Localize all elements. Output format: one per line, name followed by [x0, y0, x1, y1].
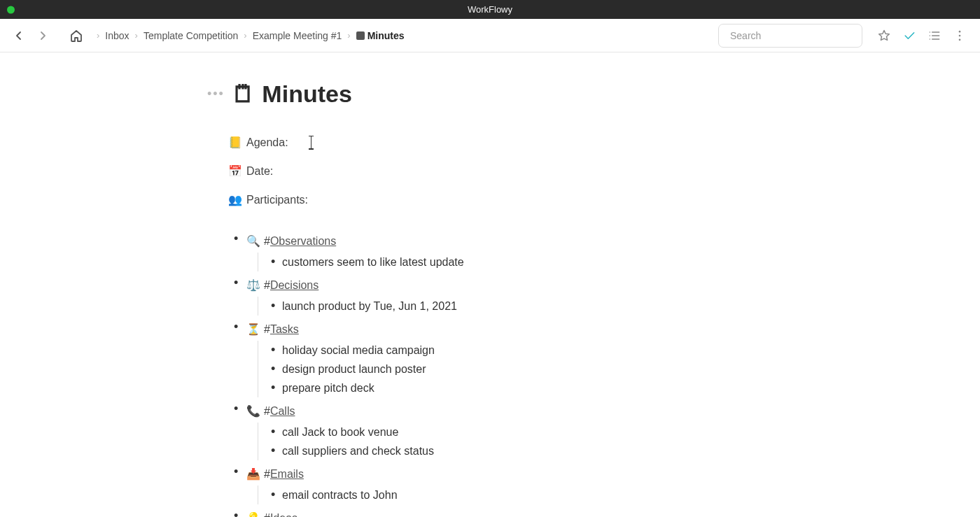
complete-button[interactable] [897, 24, 921, 48]
emoji-icon: 👥 [228, 193, 242, 206]
more-vertical-icon [953, 29, 967, 43]
svg-point-1 [959, 30, 961, 32]
sub-list: call Jack to book venuecall suppliers an… [258, 423, 781, 460]
breadcrumb: › Inbox › Template Competition › Example… [94, 30, 715, 41]
outline-item[interactable]: ⏳#Tasksholiday social media campaigndesi… [232, 320, 781, 397]
sub-list: holiday social media campaigndesign prod… [258, 341, 781, 397]
category-row-observations[interactable]: 🔍#Observations [246, 232, 781, 251]
category-row-emails[interactable]: 📥#Emails [246, 465, 781, 484]
outline-item[interactable]: 🔍#Observationscustomers seem to like lat… [232, 232, 781, 271]
chevron-right-icon [37, 30, 48, 41]
outline-sub-item[interactable]: call suppliers and check status [271, 441, 781, 460]
svg-point-2 [959, 34, 961, 36]
breadcrumb-template-competition[interactable]: Template Competition [144, 30, 238, 41]
outline-sub-item[interactable]: launch product by Tue, Jun 1, 2021 [271, 297, 781, 316]
home-button[interactable] [66, 25, 87, 46]
list-view-button[interactable] [923, 24, 946, 48]
toolbar-actions [872, 24, 972, 48]
outline-sub-item[interactable]: call Jack to book venue [271, 423, 781, 441]
list-icon [927, 29, 941, 43]
traffic-light-green[interactable] [7, 6, 15, 13]
traffic-lights [7, 6, 15, 13]
outline-sub-item[interactable]: design product launch poster [271, 360, 781, 378]
emoji-icon: 📒 [228, 136, 242, 149]
sub-list: customers seem to like latest update [258, 253, 781, 271]
chevron-left-icon [13, 30, 24, 41]
outline-list: 🔍#Observationscustomers seem to like lat… [232, 232, 781, 517]
favorite-button[interactable] [872, 24, 896, 48]
outline-sub-item[interactable]: email contracts to John [271, 486, 781, 504]
title-emoji: 🗒 [232, 80, 255, 107]
emoji-icon: 📥 [246, 465, 260, 484]
emoji-icon: 📞 [246, 402, 260, 421]
window-titlebar: WorkFlowy [0, 0, 980, 19]
hashtag-calls[interactable]: #Calls [264, 402, 295, 421]
svg-point-3 [959, 38, 961, 41]
check-icon [902, 29, 916, 43]
star-icon [877, 29, 891, 43]
panel-icon [356, 31, 365, 40]
hashtag-observations[interactable]: #Observations [264, 232, 336, 251]
emoji-icon: 💡 [246, 509, 260, 517]
outline-sub-item[interactable]: holiday social media campaign [271, 341, 781, 360]
meta-label: Participants: [246, 194, 308, 206]
document-content[interactable]: ••• 🗒 Minutes 📒Agenda:📅Date:👥Participant… [207, 52, 781, 517]
breadcrumb-example-meeting[interactable]: Example Meeting #1 [253, 30, 342, 41]
outline-item[interactable]: 📞#Callscall Jack to book venuecall suppl… [232, 402, 781, 460]
category-row-tasks[interactable]: ⏳#Tasks [246, 320, 781, 339]
toolbar: › Inbox › Template Competition › Example… [0, 19, 980, 52]
outline-sub-item[interactable]: customers seem to like latest update [271, 253, 781, 271]
chevron-right-icon: › [94, 30, 102, 41]
category-row-ideas[interactable]: 💡#Ideas [246, 509, 781, 517]
hashtag-tasks[interactable]: #Tasks [264, 320, 299, 339]
home-icon [69, 29, 83, 43]
category-row-decisions[interactable]: ⚖️#Decisions [246, 276, 781, 295]
nav-back-button[interactable] [8, 25, 29, 46]
meta-row-date[interactable]: 📅Date: [228, 164, 781, 178]
search-box[interactable] [718, 24, 862, 48]
sub-list: launch product by Tue, Jun 1, 2021 [258, 297, 781, 316]
nav-forward-button[interactable] [32, 25, 53, 46]
meta-label: Agenda: [246, 136, 288, 149]
page-title[interactable]: 🗒 Minutes [232, 80, 352, 108]
category-row-calls[interactable]: 📞#Calls [246, 402, 781, 421]
meta-label: Date: [246, 165, 273, 178]
more-button[interactable] [948, 24, 972, 48]
emoji-icon: ⚖️ [246, 276, 260, 295]
sub-list: email contracts to John [258, 486, 781, 504]
hashtag-emails[interactable]: #Emails [264, 465, 304, 484]
search-input[interactable] [730, 30, 853, 41]
chevron-right-icon: › [132, 30, 141, 41]
text-cursor [311, 136, 312, 149]
hashtag-ideas[interactable]: #Ideas [264, 509, 298, 517]
outline-item[interactable]: 📥#Emailsemail contracts to John [232, 465, 781, 504]
chevron-right-icon: › [241, 30, 249, 41]
title-row: ••• 🗒 Minutes [207, 80, 781, 108]
breadcrumb-minutes[interactable]: Minutes [356, 30, 405, 41]
meta-row-agenda[interactable]: 📒Agenda: [228, 136, 781, 149]
meta-row-participants[interactable]: 👥Participants: [228, 193, 781, 206]
outline-sub-item[interactable]: prepare pitch deck [271, 378, 781, 397]
chevron-right-icon: › [344, 30, 353, 41]
emoji-icon: 🔍 [246, 232, 260, 251]
app-title: WorkFlowy [468, 4, 512, 15]
emoji-icon: 📅 [228, 164, 242, 178]
emoji-icon: ⏳ [246, 320, 260, 339]
bullet-menu-button[interactable]: ••• [207, 87, 225, 101]
hashtag-decisions[interactable]: #Decisions [264, 276, 318, 295]
breadcrumb-inbox[interactable]: Inbox [105, 30, 129, 41]
outline-item[interactable]: ⚖️#Decisionslaunch product by Tue, Jun 1… [232, 276, 781, 316]
outline-item[interactable]: 💡#Ideas [232, 509, 781, 517]
